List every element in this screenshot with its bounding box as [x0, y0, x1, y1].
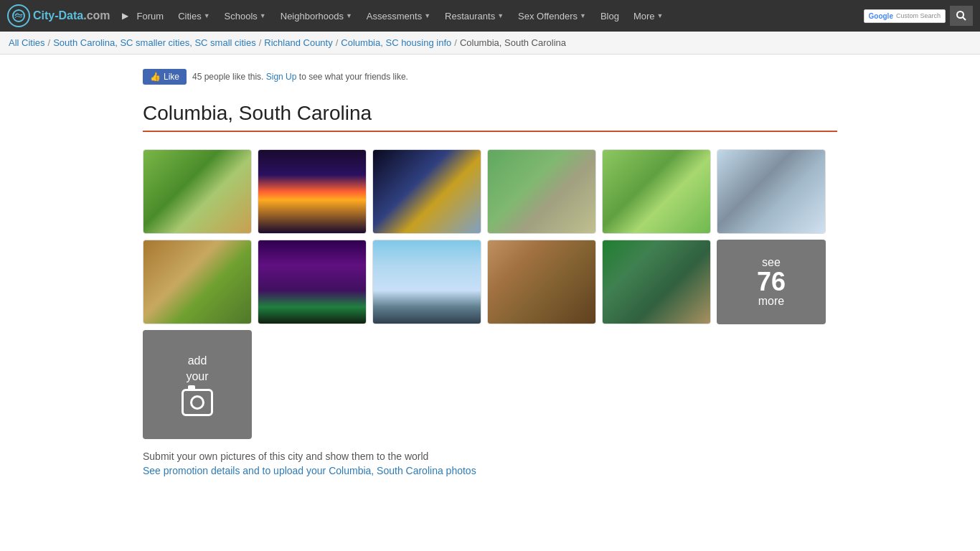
assessments-nav[interactable]: Assessments ▼ — [361, 8, 436, 24]
photo-grid-row2: see 76 more — [143, 240, 837, 324]
fb-like-button[interactable]: 👍 Like — [143, 69, 187, 85]
page-title: Columbia, South Carolina — [143, 102, 837, 132]
schools-dropdown-arrow: ▼ — [260, 12, 266, 19]
fb-thumb-icon: 👍 — [150, 72, 161, 82]
camera-icon — [182, 389, 213, 416]
assessments-dropdown-arrow: ▼ — [424, 12, 430, 19]
breadcrumb-sep-4: / — [454, 37, 457, 48]
photo-11[interactable] — [602, 240, 711, 324]
site-logo[interactable]: City-Data.com — [7, 4, 110, 27]
logo-icon — [7, 4, 30, 27]
search-button[interactable] — [950, 6, 973, 26]
restaurants-dropdown-arrow: ▼ — [497, 12, 504, 19]
photo-2[interactable] — [258, 149, 367, 234]
breadcrumb-sc-cities[interactable]: South Carolina, SC smaller cities, SC sm… — [53, 37, 255, 48]
see-more-number: 76 — [757, 269, 786, 295]
add-photo-text: add your — [186, 353, 208, 385]
search-area: Google Custom Search — [864, 6, 973, 26]
cities-dropdown-arrow: ▼ — [204, 12, 210, 19]
photo-10[interactable] — [487, 240, 596, 324]
sex-offenders-dropdown-arrow: ▼ — [580, 12, 586, 19]
photo-3[interactable] — [372, 149, 481, 234]
custom-search-label: Custom Search — [896, 12, 941, 19]
blog-nav[interactable]: Blog — [595, 8, 625, 24]
breadcrumb-richland[interactable]: Richland County — [264, 37, 332, 48]
fb-like-count: 45 people like this. Sign Up to see what… — [192, 72, 408, 82]
forum-icon: ▶ — [122, 11, 128, 21]
photo-grid-row1 — [143, 149, 837, 234]
submit-text: Submit your own pictures of this city an… — [143, 451, 837, 462]
main-content: 👍 Like 45 people like this. Sign Up to s… — [131, 55, 849, 491]
breadcrumb-current: Columbia, South Carolina — [460, 37, 566, 48]
see-more-tile[interactable]: see 76 more — [717, 240, 826, 324]
schools-nav[interactable]: Schools ▼ — [219, 8, 272, 24]
fb-like-bar: 👍 Like 45 people like this. Sign Up to s… — [143, 69, 837, 85]
photo-1[interactable] — [143, 149, 252, 234]
add-photo-tile[interactable]: add your — [143, 330, 252, 439]
add-photo-row: add your — [143, 330, 837, 439]
more-dropdown-arrow: ▼ — [657, 12, 664, 19]
search-box[interactable]: Google Custom Search — [864, 9, 946, 23]
photo-6[interactable] — [717, 149, 826, 234]
photo-8[interactable] — [258, 240, 367, 324]
camera-top-detail — [188, 385, 195, 389]
fb-signup-link[interactable]: Sign Up — [266, 72, 297, 82]
search-icon — [956, 10, 967, 22]
site-name: City-Data.com — [33, 9, 110, 22]
photo-5[interactable] — [602, 149, 711, 234]
restaurants-nav[interactable]: Restaurants ▼ — [439, 8, 509, 24]
breadcrumb-columbia-housing[interactable]: Columbia, SC housing info — [341, 37, 451, 48]
navbar: City-Data.com ▶ Forum Cities ▼ Schools ▼… — [0, 0, 980, 32]
sex-offenders-nav[interactable]: Sex Offenders ▼ — [512, 8, 592, 24]
see-more-suffix: more — [758, 295, 784, 308]
neighborhoods-dropdown-arrow: ▼ — [346, 12, 352, 19]
svg-line-2 — [963, 17, 966, 20]
google-logo: Google — [869, 12, 893, 20]
breadcrumb-sep-2: / — [259, 37, 262, 48]
cities-nav[interactable]: Cities ▼ — [172, 8, 215, 24]
breadcrumb: All Cities / South Carolina, SC smaller … — [0, 32, 980, 55]
photo-7[interactable] — [143, 240, 252, 324]
camera-lens — [190, 395, 204, 410]
forum-link[interactable]: Forum — [131, 8, 170, 24]
neighborhoods-nav[interactable]: Neighborhoods ▼ — [275, 8, 358, 24]
more-nav[interactable]: More ▼ — [628, 8, 669, 24]
submit-link[interactable]: See promotion details and to upload your… — [143, 465, 476, 476]
submit-section: Submit your own pictures of this city an… — [143, 451, 837, 476]
breadcrumb-sep-3: / — [336, 37, 339, 48]
photo-9[interactable] — [372, 240, 481, 324]
photo-4[interactable] — [487, 149, 596, 234]
breadcrumb-all-cities[interactable]: All Cities — [9, 37, 45, 48]
svg-point-1 — [957, 11, 963, 18]
breadcrumb-sep-1: / — [48, 37, 51, 48]
svg-point-0 — [13, 10, 24, 22]
